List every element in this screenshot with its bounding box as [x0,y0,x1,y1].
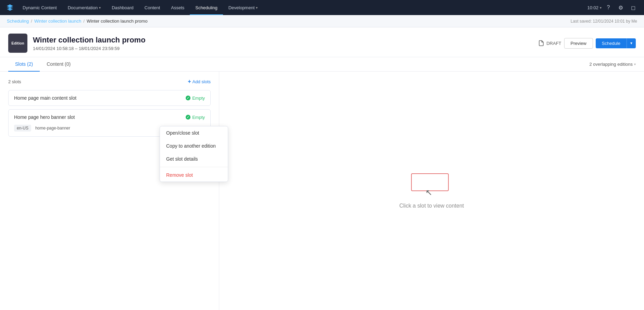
breadcrumb-sep-1: / [31,18,32,24]
breadcrumb-scheduling[interactable]: Scheduling [7,18,29,24]
click-slot-label: Click a slot to view content [399,203,464,209]
slot-card-2-header[interactable]: Home page hero banner slot Empty [9,110,210,125]
preview-panel: ↖ Click a slot to view content [219,72,644,310]
nav-logo[interactable] [3,4,17,11]
settings-icon: ⚙ [618,4,623,11]
settings-icon-btn[interactable]: ⚙ [615,2,626,13]
slot-2-status-dot [186,115,190,120]
add-icon: + [188,78,191,85]
slots-header: 2 slots + Add slots [8,78,211,85]
help-icon-btn[interactable]: ? [603,2,614,13]
documentation-dropdown-icon: ▾ [99,6,101,10]
context-menu: Open/close slot Copy to another edition … [160,126,219,182]
add-slots-button[interactable]: + Add slots [188,78,211,85]
slot-2-name: Home page hero banner slot [14,114,182,120]
slot-2-locale-tag: en-US [14,125,31,132]
context-menu-item-open[interactable]: Open/close slot [160,126,219,139]
overlapping-editions[interactable]: 2 overlapping editions ▾ [590,62,636,67]
schedule-dropdown-button[interactable]: ▾ [627,38,636,48]
preview-button[interactable]: Preview [564,38,593,49]
slot-card-1: Home page main content slot Empty [8,90,211,106]
draft-status: DRAFT [538,40,561,46]
nav-item-assets[interactable]: Assets [165,0,190,15]
nav-time[interactable]: 10:02 ▾ [587,5,602,10]
slots-panel: 2 slots + Add slots Home page main conte… [0,72,219,310]
context-menu-divider [160,167,219,167]
top-nav: Dynamic Content Documentation ▾ Dashboar… [0,0,644,15]
nav-item-dynamic-content[interactable]: Dynamic Content [17,0,62,15]
overlapping-dropdown-icon: ▾ [634,62,636,66]
cursor-illustration: ↖ [425,188,432,197]
nav-item-documentation[interactable]: Documentation ▾ [62,0,106,15]
breadcrumb-winter-collection[interactable]: Winter collection launch [34,18,81,24]
breadcrumb-current-page: Winter collection launch promo [87,18,148,24]
help-icon: ? [607,4,610,11]
breadcrumb-sep-2: / [83,18,85,24]
schedule-button[interactable]: Schedule [596,38,627,48]
logo-icon [6,4,14,11]
context-menu-item-details[interactable]: Get slot details [160,152,219,165]
last-saved-label: Last saved: 12/01/2024 10:01 by Me [571,19,637,24]
user-icon-btn[interactable]: ◻ [628,2,639,13]
nav-item-content[interactable]: Content [139,0,166,15]
slot-card-1-header[interactable]: Home page main content slot Empty [9,90,210,106]
nav-item-dashboard[interactable]: Dashboard [106,0,139,15]
slot-1-status: Empty [186,96,205,101]
slots-count: 2 slots [8,79,21,84]
page-title: Winter collection launch promo [33,36,538,45]
draft-icon [538,40,544,46]
page-header: Edition Winter collection launch promo 1… [0,27,644,57]
page-title-group: Winter collection launch promo 14/01/202… [33,36,538,51]
slot-2-status: Empty [186,115,205,120]
content-area: 2 slots + Add slots Home page main conte… [0,72,644,310]
time-dropdown-icon: ▾ [600,6,602,10]
context-menu-item-remove[interactable]: Remove slot [160,169,219,182]
header-actions: DRAFT Preview Schedule ▾ [538,38,636,49]
click-slot-illustration: ↖ [411,173,452,197]
tab-slots[interactable]: Slots (2) [8,57,40,72]
edition-badge: Edition [8,34,27,53]
tabs-row: Slots (2) Content (0) 2 overlapping edit… [0,57,644,72]
breadcrumb: Scheduling / Winter collection launch / … [0,15,644,27]
development-dropdown-icon: ▾ [256,6,258,10]
nav-item-scheduling[interactable]: Scheduling [190,0,223,15]
page-dates: 14/01/2024 10:58:18 – 18/01/2024 23:59:5… [33,46,538,51]
tabs-left: Slots (2) Content (0) [8,57,77,71]
tab-content[interactable]: Content (0) [40,57,77,72]
slot-2-key: home-page-banner [35,126,70,131]
context-menu-item-copy[interactable]: Copy to another edition [160,139,219,152]
nav-item-development[interactable]: Development ▾ [223,0,263,15]
slot-1-name: Home page main content slot [14,95,182,101]
slot-1-status-dot [186,96,190,100]
user-icon: ◻ [631,4,635,11]
